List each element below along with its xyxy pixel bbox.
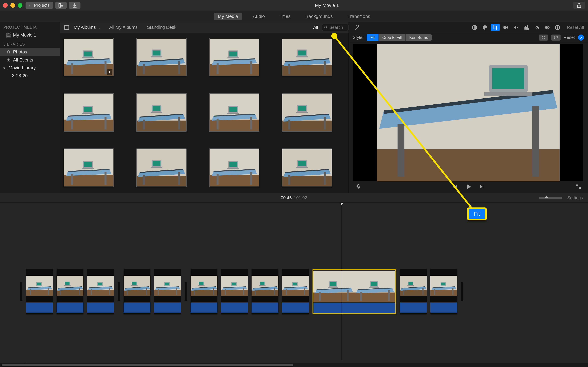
sidebar-event[interactable]: 3-28-20 (0, 72, 60, 80)
noise-reduction-button[interactable] (522, 24, 531, 31)
color-balance-button[interactable] (470, 24, 479, 31)
breadcrumb-root[interactable]: My Albums (71, 22, 105, 33)
tab-audio[interactable]: Audio (249, 13, 269, 20)
enhance-button[interactable] (353, 24, 362, 31)
clip-edge-handle[interactable] (461, 282, 463, 301)
media-thumbnail[interactable]: + (64, 38, 114, 76)
next-frame-button[interactable] (479, 184, 484, 191)
breadcrumb-level-2[interactable]: All My Albums (105, 22, 142, 33)
fullscreen-button[interactable] (576, 184, 581, 191)
back-to-projects-button[interactable]: Projects (25, 2, 53, 9)
style-crop-button[interactable]: Crop to Fill (379, 34, 406, 41)
sidebar-imovie-library[interactable]: iMovie Library (0, 64, 60, 72)
color-balance-icon (472, 25, 477, 30)
add-to-timeline-button[interactable]: + (107, 69, 112, 75)
scrollbar-thumb[interactable] (2, 364, 293, 366)
tab-transitions[interactable]: Transitions (344, 13, 374, 20)
crop-apply-button[interactable] (578, 34, 584, 41)
sidebar-all-events[interactable]: ★ All Events (0, 56, 60, 64)
media-thumbnail[interactable] (64, 149, 114, 187)
media-thumbnail[interactable] (209, 93, 259, 132)
minimize-window-icon[interactable] (10, 3, 15, 8)
disclosure-triangle-icon[interactable] (3, 65, 6, 71)
timeline-clip[interactable] (124, 269, 150, 314)
speed-button[interactable] (532, 24, 541, 31)
timeline-clip[interactable] (282, 269, 309, 314)
svg-marker-45 (506, 26, 508, 28)
rotate-cw-icon (554, 35, 558, 40)
timeline-clip[interactable] (191, 269, 217, 314)
svg-marker-46 (514, 26, 516, 29)
play-button[interactable] (465, 183, 472, 192)
sidebar-libraries-header: LIBRARIES (0, 39, 60, 48)
clip-edge-handle[interactable] (20, 282, 23, 301)
timeline-horizontal-scrollbar[interactable] (0, 363, 588, 367)
timeline-clip[interactable] (430, 269, 457, 314)
timeline-settings-button[interactable]: Settings (567, 195, 583, 200)
media-thumbnail[interactable] (64, 93, 114, 132)
viewer-canvas[interactable] (353, 44, 583, 181)
timeline-zoom-slider[interactable] (539, 197, 562, 199)
timeline-clip[interactable] (221, 269, 248, 314)
media-thumbnail[interactable] (136, 149, 187, 187)
sidebar-imovie-library-label: iMovie Library (8, 65, 36, 71)
style-label: Style: (353, 35, 364, 40)
tab-titles[interactable]: Titles (276, 13, 294, 20)
record-voiceover-button[interactable] (355, 184, 361, 191)
clip-edge-handle[interactable] (185, 282, 187, 301)
crop-reset-button[interactable]: Reset (564, 35, 575, 40)
breadcrumb-level-3[interactable]: Standing Desk (142, 22, 181, 33)
timeline-clip[interactable] (57, 269, 83, 314)
rotate-cw-button[interactable] (551, 34, 561, 41)
timeline-clip[interactable] (87, 269, 114, 314)
color-correction-button[interactable] (480, 24, 489, 31)
crop-style-segment: Fit Crop to Fill Ken Burns (367, 34, 432, 41)
rotate-ccw-icon (541, 35, 546, 40)
timeline-clip[interactable] (154, 269, 181, 314)
sidebar-project[interactable]: 🎬 My Movie 1 (0, 31, 60, 39)
style-kenburns-button[interactable]: Ken Burns (406, 34, 432, 41)
media-thumbnail[interactable] (209, 38, 259, 76)
media-thumbnail[interactable] (136, 93, 187, 132)
share-button[interactable] (573, 2, 585, 9)
timeline-clip[interactable] (252, 269, 278, 314)
import-down-arrow-icon (72, 2, 78, 8)
info-button[interactable] (553, 24, 562, 31)
timeline-playhead[interactable] (342, 203, 342, 360)
timeline-clip[interactable] (26, 269, 53, 314)
crop-button[interactable] (491, 24, 500, 31)
play-icon (465, 183, 472, 190)
media-thumbnail[interactable] (136, 38, 187, 76)
fullscreen-window-icon[interactable] (18, 3, 23, 8)
media-thumbnail[interactable] (282, 38, 332, 76)
tab-my-media[interactable]: My Media (214, 13, 242, 20)
svg-point-57 (557, 26, 558, 26)
palette-icon (482, 25, 488, 30)
tab-backgrounds[interactable]: Backgrounds (302, 13, 336, 20)
volume-button[interactable] (511, 24, 521, 31)
media-thumbnail[interactable] (282, 93, 332, 132)
search-placeholder: Search (329, 25, 343, 30)
clip-edge-handle[interactable] (118, 282, 120, 301)
prev-frame-button[interactable] (452, 184, 458, 191)
sidebar-photos[interactable]: ✿ Photos (0, 48, 60, 56)
style-fit-button[interactable]: Fit (367, 34, 379, 41)
import-media-button[interactable] (69, 2, 81, 9)
media-thumbnail[interactable] (282, 149, 332, 187)
timeline-track[interactable] (0, 203, 588, 360)
speedometer-icon (534, 25, 539, 30)
media-thumbnail[interactable] (209, 149, 259, 187)
stabilization-button[interactable] (501, 24, 510, 31)
annotation-fit-label: Fit (467, 208, 487, 220)
library-list-view-toggle[interactable] (55, 2, 67, 9)
sidebar-project-media-header: PROJECT MEDIA (0, 22, 60, 31)
toggle-sidebar-button[interactable] (63, 24, 71, 32)
close-window-icon[interactable] (3, 3, 8, 8)
search-input[interactable]: Search (322, 24, 349, 31)
reset-all-button[interactable]: Reset All (564, 25, 584, 30)
browser-filter[interactable]: All (313, 25, 322, 30)
rotate-ccw-button[interactable] (539, 34, 548, 41)
timeline-clip[interactable] (400, 269, 427, 314)
timeline-clip-selected[interactable] (312, 269, 396, 314)
clip-filter-button[interactable] (543, 24, 552, 31)
